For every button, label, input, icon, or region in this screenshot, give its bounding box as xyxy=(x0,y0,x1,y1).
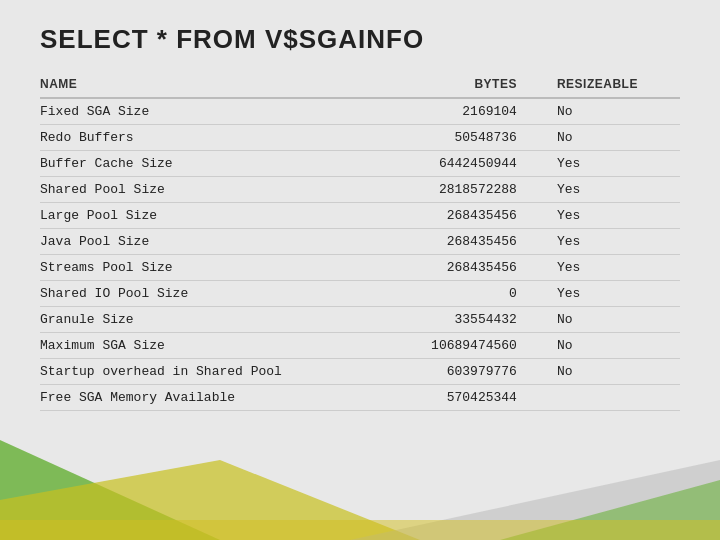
table-row: Free SGA Memory Available570425344 xyxy=(40,385,680,411)
cell-name: Buffer Cache Size xyxy=(40,151,360,177)
cell-name: Java Pool Size xyxy=(40,229,360,255)
table-row: Shared Pool Size2818572288Yes xyxy=(40,177,680,203)
cell-bytes: 10689474560 xyxy=(360,333,557,359)
table-row: Streams Pool Size268435456Yes xyxy=(40,255,680,281)
cell-bytes: 603979776 xyxy=(360,359,557,385)
cell-resizeable: No xyxy=(557,125,680,151)
cell-resizeable: No xyxy=(557,307,680,333)
cell-name: Shared IO Pool Size xyxy=(40,281,360,307)
cell-resizeable: Yes xyxy=(557,151,680,177)
table-row: Fixed SGA Size2169104No xyxy=(40,98,680,125)
cell-bytes: 2818572288 xyxy=(360,177,557,203)
cell-name: Maximum SGA Size xyxy=(40,333,360,359)
table-row: Redo Buffers50548736No xyxy=(40,125,680,151)
cell-name: Granule Size xyxy=(40,307,360,333)
cell-bytes: 268435456 xyxy=(360,255,557,281)
cell-resizeable: Yes xyxy=(557,177,680,203)
cell-name: Fixed SGA Size xyxy=(40,98,360,125)
table-row: Startup overhead in Shared Pool603979776… xyxy=(40,359,680,385)
cell-name: Streams Pool Size xyxy=(40,255,360,281)
cell-resizeable: Yes xyxy=(557,229,680,255)
cell-bytes: 268435456 xyxy=(360,229,557,255)
cell-bytes: 570425344 xyxy=(360,385,557,411)
cell-name: Free SGA Memory Available xyxy=(40,385,360,411)
cell-resizeable xyxy=(557,385,680,411)
cell-bytes: 33554432 xyxy=(360,307,557,333)
cell-bytes: 6442450944 xyxy=(360,151,557,177)
table-row: Java Pool Size268435456Yes xyxy=(40,229,680,255)
svg-rect-4 xyxy=(0,520,720,540)
cell-bytes: 50548736 xyxy=(360,125,557,151)
page-title: SELECT * FROM V$SGAINFO xyxy=(40,24,680,55)
cell-resizeable: Yes xyxy=(557,255,680,281)
table-row: Large Pool Size268435456Yes xyxy=(40,203,680,229)
cell-resizeable: No xyxy=(557,333,680,359)
header-name: NAME xyxy=(40,73,360,98)
cell-resizeable: No xyxy=(557,359,680,385)
header-bytes: BYTES xyxy=(360,73,557,98)
header-resizeable: RESIZEABLE xyxy=(557,73,680,98)
cell-resizeable: Yes xyxy=(557,203,680,229)
cell-name: Startup overhead in Shared Pool xyxy=(40,359,360,385)
cell-resizeable: Yes xyxy=(557,281,680,307)
cell-bytes: 268435456 xyxy=(360,203,557,229)
cell-name: Shared Pool Size xyxy=(40,177,360,203)
cell-name: Redo Buffers xyxy=(40,125,360,151)
cell-name: Large Pool Size xyxy=(40,203,360,229)
cell-bytes: 2169104 xyxy=(360,98,557,125)
cell-bytes: 0 xyxy=(360,281,557,307)
table-row: Granule Size33554432No xyxy=(40,307,680,333)
table-row: Maximum SGA Size10689474560No xyxy=(40,333,680,359)
table-row: Buffer Cache Size6442450944Yes xyxy=(40,151,680,177)
cell-resizeable: No xyxy=(557,98,680,125)
table-row: Shared IO Pool Size0Yes xyxy=(40,281,680,307)
